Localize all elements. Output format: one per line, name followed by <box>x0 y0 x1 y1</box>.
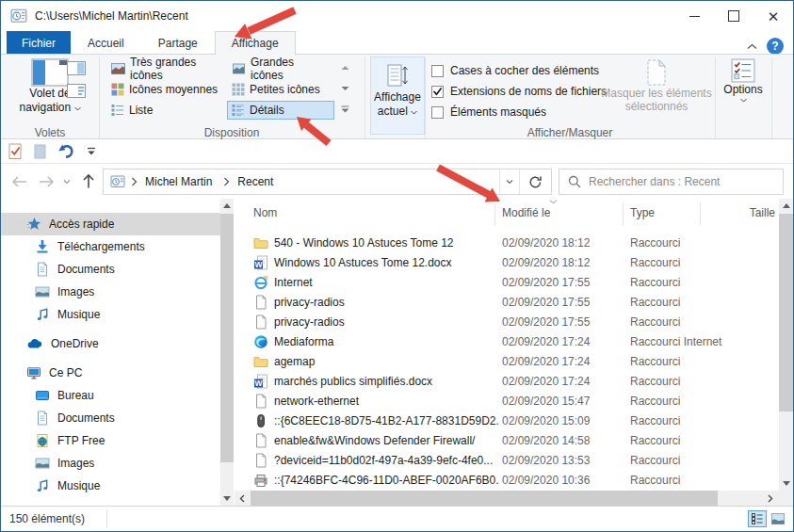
file-name: Windows 10 Astuces Tome 12.docx <box>274 256 498 269</box>
disposition-scroll-up[interactable] <box>336 58 353 77</box>
checkbox-icon[interactable] <box>431 86 444 98</box>
file-row[interactable]: privacy-radios02/09/2020 17:55Raccourci <box>235 293 779 313</box>
minimize-icon <box>689 16 700 17</box>
tab-accueil[interactable]: Accueil <box>71 31 141 55</box>
sidebar-item-bureau[interactable]: Bureau <box>1 384 220 407</box>
sidebar-item-ftp-free[interactable]: FTP Free <box>1 429 220 452</box>
scroll-up-icon[interactable] <box>220 199 234 213</box>
file-row[interactable]: WWindows 10 Astuces Tome 12.docx02/09/20… <box>235 253 779 273</box>
back-button[interactable] <box>5 169 33 194</box>
file-name: ::{6C8EEC18-8D75-41B2-A177-8831D59D2... <box>274 414 498 427</box>
address-bar[interactable]: Michel MartinRecent <box>103 169 552 195</box>
breadcrumb-chevron-icon[interactable] <box>223 177 230 186</box>
up-button[interactable] <box>74 169 103 194</box>
view-option-grandes-icônes[interactable]: Grandes icônes <box>227 59 334 78</box>
tab-fichier[interactable]: Fichier <box>7 31 71 55</box>
sort-direction-icon[interactable] <box>549 200 558 204</box>
maximize-button[interactable] <box>714 1 753 31</box>
thumbnails-view-toggle[interactable] <box>769 510 787 527</box>
sidebar-item-acces-rapide[interactable]: Accès rapide <box>1 213 220 235</box>
refresh-icon[interactable] <box>520 169 551 194</box>
sidebar-item-images[interactable]: Images <box>1 452 220 475</box>
checkbox-icon[interactable] <box>431 106 444 119</box>
recent-locations-icon[interactable] <box>59 169 74 194</box>
disposition-scroll-down[interactable] <box>336 79 353 98</box>
column-header-taille[interactable]: Taille <box>705 206 775 219</box>
file-row[interactable]: ::{6C8EEC18-8D75-41B2-A177-8831D59D2...0… <box>235 411 779 431</box>
checkbox-elements-masques[interactable]: Éléments masqués <box>431 105 546 120</box>
sidebar-item-musique[interactable]: Musique <box>1 475 220 497</box>
help-icon[interactable]: ? <box>767 38 784 55</box>
properties-icon[interactable] <box>8 143 23 160</box>
sidebar-item-onedrive[interactable]: OneDrive <box>1 332 220 355</box>
sidebar-item-ce-pc[interactable]: Ce PC <box>1 362 220 384</box>
breadcrumb-recent[interactable]: Recent <box>232 175 279 188</box>
list-scrollbar-thumb[interactable] <box>779 214 793 411</box>
column-header-nom[interactable]: Nom <box>253 206 277 219</box>
file-row[interactable]: Internet02/09/2020 17:55Raccourci <box>235 273 779 293</box>
preview-pane-button[interactable] <box>67 60 88 76</box>
view-option-liste[interactable]: Liste <box>106 101 226 120</box>
disposition-more-button[interactable] <box>336 100 353 119</box>
details-view-toggle[interactable] <box>748 510 767 527</box>
file-row[interactable]: network-ethernet02/09/2020 15:47Raccourc… <box>235 392 779 411</box>
sidebar-scrollbar[interactable] <box>220 199 234 506</box>
view-option-label: Grandes icônes <box>251 56 330 82</box>
file-name: agemap <box>274 355 498 368</box>
file-row[interactable]: 540 - Windows 10 Astuces Tome 1202/09/20… <box>235 234 779 253</box>
minimize-button[interactable] <box>674 1 714 31</box>
list-scrollbar[interactable] <box>779 199 793 506</box>
file-row[interactable]: Mediaforma02/09/2020 17:24Raccourci Inte… <box>235 332 779 352</box>
tab-affichage[interactable]: Affichage <box>215 31 296 55</box>
collapse-ribbon-icon[interactable] <box>747 43 757 50</box>
sidebar-item-musique[interactable]: Musique <box>1 303 220 326</box>
checkbox-extensions-de-noms-de-fichiers[interactable]: Extensions de noms de fichiers <box>431 84 607 99</box>
search-box[interactable] <box>559 169 784 195</box>
close-button[interactable]: ✕ <box>753 1 793 31</box>
scroll-down-icon[interactable] <box>220 492 234 506</box>
sidebar-item-documents[interactable]: Documents <box>1 258 220 281</box>
new-item-icon[interactable] <box>34 144 46 159</box>
horizontal-scrollbar[interactable] <box>235 491 779 506</box>
vi-m-icon <box>111 83 124 96</box>
checkbox-cases-à-cocher-des-elements[interactable]: Cases à cocher des éléments <box>431 63 599 78</box>
doc-icon <box>253 295 268 310</box>
checkbox-icon[interactable] <box>431 65 444 77</box>
file-modified-date: 02/09/2020 13:53 <box>502 454 590 467</box>
current-view-button[interactable]: Affichage actuel <box>370 56 425 135</box>
scroll-right-icon[interactable] <box>763 491 778 506</box>
file-name: marchés publics simplifiés.docx <box>274 375 498 388</box>
breadcrumb-michel-martin[interactable]: Michel Martin <box>139 175 218 188</box>
undo-icon[interactable] <box>57 143 75 159</box>
file-row[interactable]: enable&fw&Windows Defender Firewall/02/0… <box>235 431 779 451</box>
sidebar-item-images[interactable]: Images <box>1 281 220 303</box>
scroll-up-icon[interactable] <box>779 199 793 213</box>
sidebar-item-documents[interactable]: Documents <box>1 407 220 429</box>
sidebar-scrollbar-thumb[interactable] <box>220 214 234 462</box>
sidebar-item-telechargements[interactable]: Téléchargements <box>1 235 220 258</box>
scroll-down-icon[interactable] <box>779 476 793 491</box>
horizontal-scrollbar-thumb[interactable] <box>251 491 718 506</box>
column-header-type[interactable]: Type <box>630 206 655 219</box>
view-option-détails[interactable]: Détails <box>227 101 334 120</box>
customize-toolbar-icon[interactable] <box>87 147 96 156</box>
view-option-très-grandes-icônes[interactable]: Très grandes icônes <box>106 59 226 78</box>
file-row[interactable]: agemap02/09/2020 17:24Raccourci <box>235 352 779 372</box>
file-row[interactable]: privacy-radios02/09/2020 17:55Raccourci <box>235 313 779 332</box>
tab-partage[interactable]: Partage <box>141 31 215 55</box>
file-row[interactable]: ::{74246BFC-4C96-11D0-ABEF-0020AF6B0...0… <box>235 471 779 491</box>
details-pane-button[interactable] <box>67 83 88 99</box>
view-option-petites-icônes[interactable]: Petites icônes <box>227 80 334 99</box>
column-header-modifie-le[interactable]: Modifié le <box>502 206 550 219</box>
view-option-icônes-moyennes[interactable]: Icônes moyennes <box>106 80 226 99</box>
status-bar: 150 élément(s) <box>1 506 793 531</box>
address-dropdown-icon[interactable] <box>500 169 519 194</box>
scroll-left-icon[interactable] <box>235 491 250 506</box>
search-input[interactable] <box>587 174 783 189</box>
breadcrumb-chevron-icon[interactable] <box>131 177 138 186</box>
forward-button[interactable] <box>33 169 59 194</box>
options-button[interactable]: Options <box>717 58 770 103</box>
file-row[interactable]: ?deviceid=11b0d02f-497a-4a39-9efc-4fe0..… <box>235 451 779 471</box>
file-row[interactable]: Wmarchés publics simplifiés.docx02/09/20… <box>235 372 779 392</box>
file-modified-date: 02/09/2020 17:24 <box>502 355 590 368</box>
